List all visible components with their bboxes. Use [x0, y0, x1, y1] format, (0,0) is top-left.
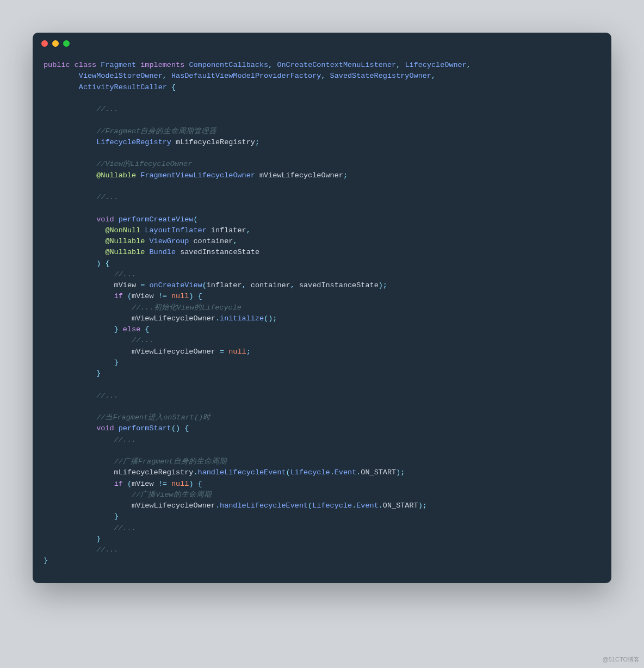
close-icon[interactable] [41, 40, 48, 47]
watermark-text: @51CTO博客 [603, 655, 640, 664]
window-titlebar [33, 33, 611, 54]
code-window: public class Fragment implements Compone… [33, 33, 611, 583]
code-editor[interactable]: public class Fragment implements Compone… [33, 54, 611, 583]
code-content: public class Fragment implements Compone… [44, 60, 600, 567]
minimize-icon[interactable] [52, 40, 59, 47]
maximize-icon[interactable] [63, 40, 70, 47]
